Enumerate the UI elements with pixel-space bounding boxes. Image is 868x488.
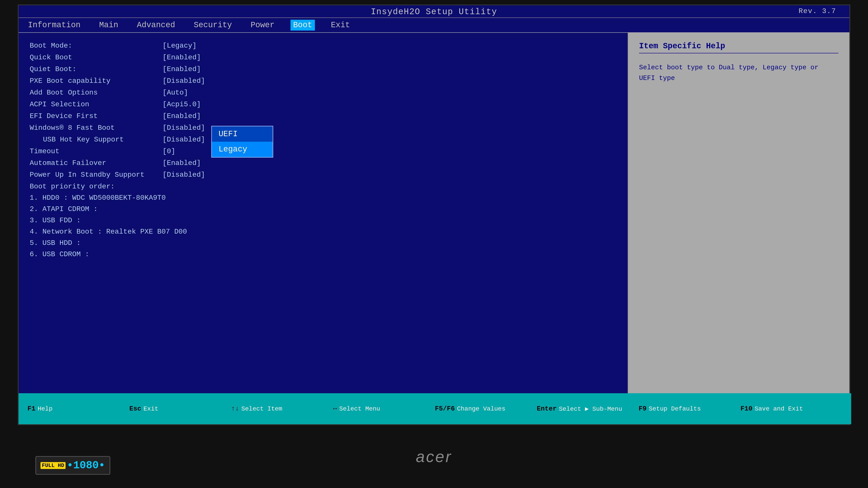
key-action: Help [38,405,53,412]
key-action: Select Menu [339,405,380,412]
menu-item-main[interactable]: Main [97,20,121,31]
menu-item-security[interactable]: Security [191,20,235,31]
setting-label: USB Hot Key Support [30,135,162,144]
setting-row: USB Hot Key Support[Disabled] [30,135,616,144]
menu-item-power[interactable]: Power [248,20,277,31]
bottom-key-f9: F9Setup Defaults [639,405,740,413]
setting-row: Windows® 8 Fast Boot[Disabled] [30,124,616,132]
setting-value[interactable]: [Disabled] [162,171,205,179]
setting-label: Automatic Failover [30,159,162,167]
setting-value[interactable]: [0] [162,147,175,155]
dropdown-popup[interactable]: UEFILegacy [211,126,273,158]
menu-item-advanced[interactable]: Advanced [134,20,178,31]
setting-value[interactable]: [Enabled] [162,112,201,120]
setting-row: EFI Device First[Enabled] [30,112,616,120]
key-action: Select Item [241,405,282,412]
resolution-label: •1080• [67,459,105,471]
key-name: F5/F6 [435,405,455,413]
key-name: F10 [740,405,752,413]
boot-item[interactable]: 4. Network Boot : Realtek PXE B07 D00 [30,227,616,236]
setting-value[interactable]: [Auto] [162,89,188,97]
key-name: ↔ [333,405,337,413]
bottom-bar: F1HelpEscExit↑↓Select Item↔Select MenuF5… [19,393,851,424]
bottom-key-f5/f6: F5/F6Change Values [435,405,537,413]
setting-label: EFI Device First [30,112,162,120]
monitor-outer: InsydeH2O Setup Utility Rev. 3.7 Informa… [0,0,868,488]
bottom-key-enter: EnterSelect ▶ Sub-Menu [537,405,639,413]
menu-item-boot[interactable]: Boot [290,20,315,31]
setting-row: PXE Boot capability[Disabled] [30,77,616,85]
help-title: Item Specific Help [639,42,838,53]
key-name: F9 [639,405,647,413]
setting-row: Timeout[0] [30,147,616,155]
setting-value[interactable]: [Disabled] [162,135,205,144]
menu-item-information[interactable]: Information [25,20,83,31]
setting-row: Power Up In Standby Support[Disabled] [30,171,616,179]
bottom-key-f10: F10Save and Exit [740,405,842,413]
key-action: Exit [144,405,158,412]
bottom-key-esc: EscExit [129,405,231,413]
setting-label: Quick Boot [30,53,162,62]
key-name: Esc [129,405,141,413]
help-panel: Item Specific Help Select boot type to D… [628,33,849,393]
setting-label: Timeout [30,147,162,155]
help-text: Select boot type to Dual type, Legacy ty… [639,62,838,84]
boot-item[interactable]: 3. USB FDD : [30,216,616,224]
bios-title: InsydeH2O Setup Utility [371,7,497,17]
boot-item[interactable]: 6. USB CDROM : [30,250,616,258]
setting-value[interactable]: [Enabled] [162,65,201,73]
setting-value[interactable]: [Acpi5.0] [162,100,201,109]
bottom-key-f1: F1Help [27,405,129,413]
dropdown-option-uefi[interactable]: UEFI [212,126,273,142]
key-action: Save and Exit [755,405,803,412]
key-action: Setup Defaults [649,405,701,412]
key-name: Enter [537,405,557,413]
settings-panel: Boot Mode:[Legacy]Quick Boot[Enabled]Qui… [19,33,628,393]
main-content: Boot Mode:[Legacy]Quick Boot[Enabled]Qui… [19,33,849,393]
setting-label: Boot Mode: [30,42,162,50]
setting-row: Automatic Failover[Enabled] [30,159,616,167]
menu-item-exit[interactable]: Exit [328,20,352,31]
setting-value[interactable]: [Enabled] [162,159,201,167]
setting-row: Add Boot Options[Auto] [30,89,616,97]
setting-value[interactable]: [Enabled] [162,53,201,62]
brand-label: acer [416,448,452,466]
bios-screen: InsydeH2O Setup Utility Rev. 3.7 Informa… [18,4,850,425]
setting-label: Quiet Boot: [30,65,162,73]
setting-row: Quick Boot[Enabled] [30,53,616,62]
key-name: F1 [27,405,35,413]
bottom-key-↔: ↔Select Menu [333,405,435,413]
rev-label: Rev. 3.7 [799,7,836,15]
boot-item[interactable]: 2. ATAPI CDROM : [30,205,616,213]
bottom-bezel: acer FULL HD •1080• [0,425,868,488]
setting-value[interactable]: [Disabled] [162,77,205,85]
setting-label: ACPI Selection [30,100,162,109]
setting-label: PXE Boot capability [30,77,162,85]
setting-row: ACPI Selection[Acpi5.0] [30,100,616,109]
menu-bar: InformationMainAdvancedSecurityPowerBoot… [19,18,849,33]
key-action: Change Values [457,405,505,412]
title-bar: InsydeH2O Setup Utility Rev. 3.7 [19,5,849,18]
full-hd-label: FULL HD [40,462,66,469]
setting-label: Windows® 8 Fast Boot [30,124,162,132]
setting-value[interactable]: [Disabled] [162,124,205,132]
boot-item[interactable]: 5. USB HDD : [30,239,616,247]
hd-badge: FULL HD •1080• [35,456,110,475]
dropdown-option-legacy[interactable]: Legacy [212,142,273,157]
key-name: ↑↓ [231,405,239,413]
key-action: Select ▶ Sub-Menu [559,405,622,413]
boot-priority-header: Boot priority order: [30,182,616,191]
setting-row: Boot Mode:[Legacy] [30,42,616,50]
setting-value[interactable]: [Legacy] [162,42,197,50]
setting-row: Quiet Boot:[Enabled] [30,65,616,73]
boot-item[interactable]: 1. HDD0 : WDC WD5000BEKT-80KA9T0 [30,194,616,202]
setting-label: Add Boot Options [30,89,162,97]
bottom-key-↑↓: ↑↓Select Item [231,405,333,413]
setting-label: Power Up In Standby Support [30,171,162,179]
